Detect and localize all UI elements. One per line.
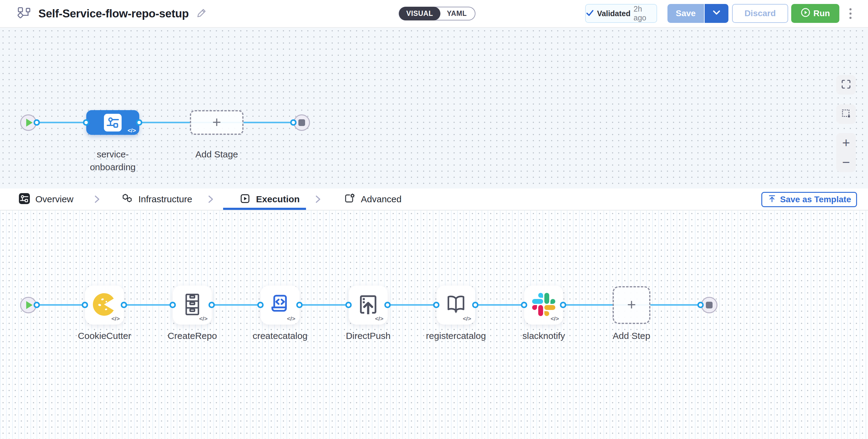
- step-label: registercatalog: [416, 329, 496, 342]
- add-stage-button[interactable]: +: [190, 110, 244, 135]
- add-step-label: Add Step: [592, 329, 671, 342]
- validation-status-badge[interactable]: Validated 2h ago: [585, 4, 657, 23]
- step-label: slacknotify: [504, 329, 583, 342]
- edit-title-button[interactable]: [195, 8, 208, 20]
- tab-infrastructure[interactable]: Infrastructure: [121, 188, 192, 210]
- execution-graph-canvas[interactable]: </> </> </>: [0, 210, 868, 439]
- repo-drawers-icon: [180, 292, 205, 318]
- tab-advanced-label: Advanced: [361, 194, 401, 204]
- stage-code-glyph: </>: [128, 127, 136, 134]
- step-node-cookiecutter[interactable]: </>: [85, 286, 124, 325]
- stage-out-port[interactable]: [136, 119, 142, 126]
- upload-icon: [768, 194, 777, 205]
- step-code-glyph: </>: [112, 316, 120, 322]
- discard-button[interactable]: Discard: [732, 4, 788, 23]
- step-code-glyph: </>: [199, 316, 208, 322]
- execution-play-icon: [240, 193, 250, 205]
- toggle-visual-option[interactable]: VISUAL: [399, 7, 440, 21]
- stage-flow-line: [36, 122, 293, 123]
- infrastructure-hexagons-icon: [121, 193, 133, 205]
- pencil-icon: [196, 8, 207, 20]
- advanced-gear-icon: [344, 193, 355, 205]
- step-port[interactable]: [521, 302, 527, 308]
- step-code-glyph: </>: [287, 316, 295, 322]
- toggle-yaml-option[interactable]: YAML: [439, 7, 475, 20]
- custom-stage-icon: [104, 114, 122, 131]
- add-step-button[interactable]: +: [613, 286, 650, 324]
- tab-execution[interactable]: Execution: [240, 188, 300, 210]
- visual-yaml-toggle: VISUAL YAML: [399, 7, 475, 21]
- step-port[interactable]: [82, 302, 88, 308]
- save-as-template-button[interactable]: Save as Template: [761, 192, 857, 207]
- step-node-slacknotify[interactable]: </>: [524, 286, 563, 325]
- step-label: DirectPush: [329, 329, 408, 342]
- step-port[interactable]: [257, 302, 264, 308]
- stage-node-service-onboarding[interactable]: </>: [86, 110, 139, 135]
- step-port[interactable]: [209, 302, 215, 308]
- step-node-registercatalog[interactable]: </>: [436, 286, 475, 325]
- pipeline-icon: [17, 6, 32, 21]
- end-stop-icon: [706, 302, 713, 309]
- fit-to-screen-button[interactable]: [836, 75, 856, 94]
- tab-overview[interactable]: Overview: [19, 188, 73, 210]
- tab-separator-chevron-icon: [207, 188, 215, 210]
- start-out-port[interactable]: [33, 119, 40, 126]
- add-stage-label: Add Stage: [186, 148, 247, 161]
- tab-overview-label: Overview: [35, 194, 73, 204]
- more-options-menu-icon[interactable]: [842, 4, 858, 23]
- step-port[interactable]: [345, 302, 352, 308]
- step-node-createcatalog[interactable]: </>: [260, 286, 300, 325]
- plus-icon: +: [627, 297, 636, 312]
- step-port[interactable]: [121, 302, 127, 308]
- start-out-port[interactable]: [33, 302, 40, 308]
- step-node-directpush[interactable]: </>: [349, 286, 388, 325]
- run-button[interactable]: Run: [791, 4, 839, 23]
- start-play-icon: [26, 119, 33, 126]
- step-code-glyph: </>: [463, 316, 471, 322]
- stage-in-port[interactable]: [83, 119, 89, 126]
- tab-infrastructure-label: Infrastructure: [138, 194, 192, 204]
- zoom-in-button[interactable]: +: [842, 136, 850, 149]
- save-button[interactable]: Save: [668, 4, 705, 23]
- stage-label: service-onboarding: [79, 148, 146, 174]
- tab-execution-label: Execution: [256, 194, 300, 204]
- pipeline-title: Self-Service-flow-repo-setup: [38, 7, 189, 20]
- step-port[interactable]: [296, 302, 303, 308]
- chevron-down-icon: [712, 9, 721, 18]
- step-code-glyph: </>: [551, 316, 559, 322]
- run-label: Run: [813, 8, 830, 18]
- save-dropdown-button[interactable]: [705, 4, 728, 23]
- zoom-out-button[interactable]: −: [842, 155, 850, 169]
- validation-time: 2h ago: [633, 5, 656, 22]
- overview-stage-icon: [19, 193, 30, 205]
- step-port[interactable]: [433, 302, 439, 308]
- step-label: CreateRepo: [153, 329, 232, 342]
- end-in-port[interactable]: [290, 119, 297, 126]
- validation-label: Validated: [597, 9, 630, 18]
- step-label: createcatalog: [241, 329, 320, 342]
- stage-tab-bar: Overview Infrastructure Execution: [0, 188, 868, 210]
- step-port[interactable]: [384, 302, 391, 308]
- step-code-glyph: </>: [375, 316, 383, 322]
- step-port[interactable]: [472, 302, 478, 308]
- check-icon: [586, 9, 594, 18]
- save-as-template-label: Save as Template: [780, 195, 851, 204]
- pipeline-studio-header: Self-Service-flow-repo-setup VISUAL YAML…: [0, 0, 868, 28]
- tab-separator-chevron-icon: [93, 188, 101, 210]
- step-node-createrepo[interactable]: </>: [173, 286, 212, 325]
- multi-select-button[interactable]: [836, 104, 856, 124]
- tab-advanced[interactable]: Advanced: [344, 188, 401, 210]
- step-port[interactable]: [560, 302, 566, 308]
- zoom-control: + −: [836, 133, 856, 172]
- cookie-cutter-icon: [92, 292, 117, 319]
- plus-icon: +: [212, 114, 221, 130]
- stage-graph-canvas[interactable]: </> + service-onboarding Add Stage + −: [0, 28, 868, 188]
- end-in-port[interactable]: [697, 302, 704, 308]
- fullscreen-icon: [841, 79, 851, 91]
- catalog-script-icon: [268, 292, 292, 318]
- step-port[interactable]: [169, 302, 176, 308]
- open-book-icon: [444, 292, 468, 318]
- start-play-icon: [26, 301, 33, 309]
- tab-separator-chevron-icon: [314, 188, 322, 210]
- selection-box-icon: [841, 108, 851, 120]
